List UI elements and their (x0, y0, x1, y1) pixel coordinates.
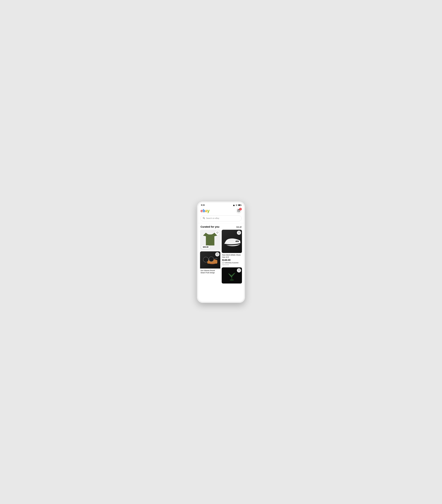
battery-icon (238, 204, 241, 206)
svg-point-5 (209, 257, 214, 262)
logo-b: b (203, 208, 205, 213)
svg-text:NMD: NMD (236, 241, 238, 242)
product-card-tshirt[interactable]: $35.00 (200, 230, 220, 250)
status-bar: 9:15 (198, 202, 244, 207)
svg-marker-0 (233, 204, 235, 206)
search-icon (203, 217, 205, 220)
shoes-info: Rare Mesh Athletic Shoes Size 10.5 $140.… (222, 253, 242, 266)
wishlist-btn-sunglasses[interactable] (215, 252, 219, 256)
product-card-shoes[interactable]: NMD Rare Mesh Athletic Shoes Size 10.5 $… (222, 230, 242, 266)
wifi-icon (236, 204, 238, 206)
signal-icon (233, 204, 235, 206)
section-header: Curated for you See all (198, 223, 244, 230)
status-icons (233, 204, 241, 206)
logo-e: e (201, 208, 203, 213)
sunglasses-image-container (200, 251, 220, 269)
section-title: Curated for you (201, 225, 219, 228)
grid-right: NMD Rare Mesh Athletic Shoes Size 10.5 $… (222, 230, 242, 284)
shoes-svg: NMD (223, 233, 241, 250)
authenticity-icon (222, 262, 224, 264)
shoes-image-container: NMD (222, 230, 242, 253)
svg-point-4 (203, 257, 208, 262)
sunglasses-info: Sun Glasses Round Steam Punk Design (200, 269, 220, 275)
sunglasses-title: Sun Glasses Round Steam Punk Design (201, 270, 220, 274)
logo-y: y (207, 208, 209, 213)
sponsored-text: Sponsored (222, 264, 241, 266)
cart-badge: 9 (239, 208, 242, 210)
shoes-title: Rare Mesh Athletic Shoes Size 10.5 (222, 254, 241, 258)
shoes-price: $140.00 (222, 259, 241, 261)
search-bar-container: Search on eBay (198, 215, 244, 223)
product-card-sunglasses[interactable]: Sun Glasses Round Steam Punk Design (200, 251, 220, 275)
authenticity-text: Authenticity Guarantee (224, 262, 238, 264)
product-card-partial[interactable] (222, 267, 242, 284)
price-badge-tshirt: $35.00 (201, 245, 210, 249)
products-grid: $35.00 (198, 230, 244, 286)
partial-image-container (222, 267, 242, 284)
sunglasses-svg (202, 255, 219, 265)
grid-left: $35.00 (200, 230, 220, 284)
authenticity-badge: Authenticity Guarantee (222, 262, 241, 264)
tshirt-svg (203, 233, 217, 247)
search-placeholder: Search on eBay (206, 217, 219, 219)
search-bar[interactable]: Search on eBay (201, 216, 241, 221)
app-header: e b a y 9 (198, 207, 244, 215)
ebay-logo: e b a y (201, 208, 209, 213)
wishlist-btn-tshirt[interactable] (215, 231, 219, 235)
status-time: 9:15 (201, 204, 205, 206)
battery-fill (238, 205, 240, 205)
phone-screen: 9:15 e b (198, 202, 244, 302)
phone-frame: 9:15 e b (197, 201, 245, 303)
tshirt-image-container: $35.00 (200, 230, 220, 250)
see-all-link[interactable]: See all (236, 226, 241, 228)
logo-a: a (205, 208, 207, 213)
wishlist-btn-partial[interactable] (237, 268, 241, 272)
wishlist-btn-shoes[interactable] (237, 231, 241, 235)
svg-point-9 (230, 279, 234, 281)
plant-svg (226, 270, 238, 281)
cart-button[interactable]: 9 (236, 208, 241, 214)
